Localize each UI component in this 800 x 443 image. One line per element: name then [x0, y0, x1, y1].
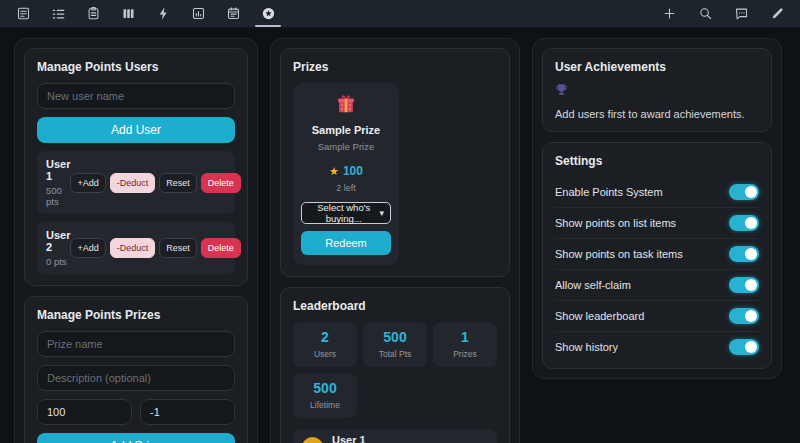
checklist-icon — [51, 6, 66, 21]
bolt-icon — [156, 6, 171, 21]
show-leaderboard-toggle[interactable] — [729, 308, 759, 324]
setting-label: Allow self-claim — [555, 279, 631, 291]
prize-description-input[interactable] — [37, 365, 235, 391]
setting-label: Enable Points System — [555, 186, 663, 198]
plus-icon — [662, 6, 677, 21]
add-points-button[interactable]: +Add — [70, 173, 105, 193]
tab-checklist[interactable] — [47, 0, 69, 27]
manage-prizes-card: Manage Points Prizes Add Prize Sample Pr… — [24, 296, 248, 443]
new-user-input[interactable] — [37, 83, 235, 109]
setting-row: Show leaderboard — [555, 301, 759, 332]
tab-clipboard[interactable] — [82, 0, 104, 27]
active-tab-indicator — [255, 25, 281, 27]
setting-label: Show leaderboard — [555, 310, 644, 322]
user-row: User 1 500 pts +Add -Deduct Reset Delete — [37, 151, 235, 214]
add-prize-button[interactable]: Add Prize — [37, 433, 235, 443]
deduct-points-button[interactable]: -Deduct — [110, 238, 156, 258]
edit-button[interactable] — [766, 0, 788, 27]
redeem-button[interactable]: Redeem — [301, 231, 391, 255]
reset-points-button[interactable]: Reset — [159, 238, 197, 258]
tab-board[interactable] — [117, 0, 139, 27]
add-button[interactable] — [658, 0, 680, 27]
prize-cost-input[interactable] — [37, 399, 132, 425]
toolbar-actions — [658, 0, 788, 27]
stat-lifetime: 500 Lifetime — [293, 373, 357, 418]
setting-label: Show points on list items — [555, 217, 676, 229]
prize-description: Sample Prize — [318, 141, 375, 152]
user-name: User 2 — [46, 229, 70, 253]
deduct-points-button[interactable]: -Deduct — [110, 173, 156, 193]
comments-button[interactable] — [730, 0, 752, 27]
search-button[interactable] — [694, 0, 716, 27]
tab-document[interactable] — [12, 0, 34, 27]
tab-points-active[interactable] — [257, 0, 279, 27]
show-points-task-toggle[interactable] — [729, 246, 759, 262]
card-title: Manage Points Prizes — [37, 308, 235, 322]
document-icon — [16, 6, 31, 21]
setting-label: Show points on task items — [555, 248, 683, 260]
chevron-down-icon: ▾ — [379, 208, 384, 218]
user-name: User 1 — [46, 158, 70, 182]
points-board: Manage Points Users Add User User 1 500 … — [0, 28, 800, 443]
tab-calendar[interactable] — [222, 0, 244, 27]
card-title: Manage Points Users — [37, 60, 235, 74]
toolbar-tabs — [12, 0, 279, 27]
allow-self-claim-toggle[interactable] — [729, 277, 759, 293]
setting-row: Show history — [555, 332, 759, 357]
add-points-button[interactable]: +Add — [70, 238, 105, 258]
manage-column: Manage Points Users Add User User 1 500 … — [14, 38, 258, 443]
points-star-icon — [261, 6, 276, 21]
setting-row: Enable Points System — [555, 177, 759, 208]
user-achievements-panel: User Achievements Add users first to awa… — [542, 48, 772, 132]
setting-row: Allow self-claim — [555, 270, 759, 301]
panel-title: User Achievements — [555, 60, 759, 74]
setting-label: Show history — [555, 341, 618, 353]
prize-name-input[interactable] — [37, 331, 235, 357]
trophy-icon — [555, 83, 568, 96]
buyer-select[interactable]: Select who's buying... ▾ — [301, 202, 391, 224]
panel-title: Prizes — [293, 60, 497, 74]
add-user-button[interactable]: Add User — [37, 117, 235, 143]
store-column: Prizes Sample Prize Sample Prize ★ 100 — [270, 38, 520, 443]
prize-name: Sample Prize — [312, 124, 380, 136]
setting-row: Show points on list items — [555, 208, 759, 239]
stat-prizes: 1 Prizes — [433, 322, 497, 367]
prize-stock: 2 left — [336, 183, 356, 193]
settings-column: User Achievements Add users first to awa… — [532, 38, 782, 379]
top-toolbar — [0, 0, 800, 28]
show-history-toggle[interactable] — [729, 339, 759, 355]
search-icon — [698, 6, 713, 21]
setting-row: Show points on task items — [555, 239, 759, 270]
clipboard-icon — [86, 6, 101, 21]
gift-icon — [335, 93, 357, 115]
buyer-select-label: Select who's buying... — [308, 202, 379, 224]
rank-avatar: 1 — [302, 437, 323, 443]
stat-total-pts: 500 Total Pts — [363, 322, 427, 367]
calendar-icon — [226, 6, 241, 21]
panel-title: Settings — [555, 154, 759, 168]
prize-stock-input[interactable] — [140, 399, 235, 425]
enable-points-toggle[interactable] — [729, 184, 759, 200]
show-points-list-toggle[interactable] — [729, 215, 759, 231]
leaderboard-user-name: User 1 — [332, 434, 447, 443]
panel-title: Leaderboard — [293, 299, 497, 313]
leaderboard-stats: 2 Users 500 Total Pts 1 Prizes 500 Lifet… — [293, 322, 497, 418]
delete-user-button[interactable]: Delete — [201, 173, 241, 193]
user-row: User 2 0 pts +Add -Deduct Reset Delete — [37, 222, 235, 274]
settings-panel: Settings Enable Points System Show point… — [542, 142, 772, 369]
tab-chart[interactable] — [187, 0, 209, 27]
user-points: 500 pts — [46, 185, 70, 207]
manage-users-card: Manage Points Users Add User User 1 500 … — [24, 48, 248, 286]
reset-points-button[interactable]: Reset — [159, 173, 197, 193]
leaderboard-panel: Leaderboard 2 Users 500 Total Pts 1 Priz… — [280, 287, 510, 443]
board-columns-icon — [121, 6, 136, 21]
prize-cost: 100 — [343, 164, 363, 178]
leaderboard-row: 1 User 1 Lifetime: 500 pts ★ 500 — [293, 429, 497, 443]
tab-automation[interactable] — [152, 0, 174, 27]
user-points: 0 pts — [46, 256, 70, 267]
stat-users: 2 Users — [293, 322, 357, 367]
delete-user-button[interactable]: Delete — [201, 238, 241, 258]
chart-icon — [191, 6, 206, 21]
achievements-empty-text: Add users first to award achievements. — [555, 108, 759, 120]
prizes-panel: Prizes Sample Prize Sample Prize ★ 100 — [280, 48, 510, 277]
